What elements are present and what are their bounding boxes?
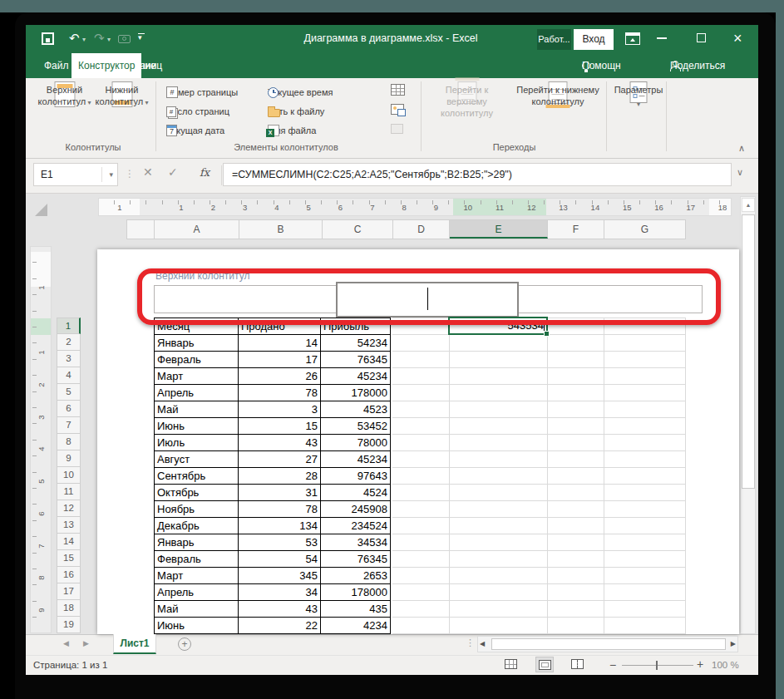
collapse-ribbon-icon[interactable]: ∧ xyxy=(738,143,745,154)
table-cell[interactable]: 15 xyxy=(239,418,321,435)
table-cell[interactable]: 245908 xyxy=(321,501,391,518)
table-cell[interactable]: 76345 xyxy=(321,352,391,368)
table-cell[interactable]: 26 xyxy=(239,368,321,385)
table-cell[interactable]: 45234 xyxy=(321,368,391,385)
row-header-8[interactable]: 8 xyxy=(57,434,81,450)
page-layout-view-button[interactable] xyxy=(535,657,554,672)
table-cell[interactable]: 4234 xyxy=(321,618,391,634)
table-cell[interactable]: 78000 xyxy=(321,435,391,451)
scroll-up-icon[interactable]: ▲ xyxy=(742,198,755,212)
vertical-scrollbar[interactable]: ▲ xyxy=(740,196,756,634)
row-header-9[interactable]: 9 xyxy=(57,450,81,467)
table-cell[interactable]: 3 xyxy=(239,401,321,418)
table-cell[interactable]: Май xyxy=(155,401,239,418)
table-cell[interactable]: 78 xyxy=(239,385,321,401)
element-button-2[interactable]: 7Текущая дата xyxy=(166,122,224,139)
table-cell[interactable]: 34 xyxy=(239,584,321,601)
table-cell[interactable]: 178000 xyxy=(321,385,391,401)
row-header-12[interactable]: 12 xyxy=(57,500,81,517)
formula-bar-handle[interactable]: ⋮ xyxy=(125,168,134,180)
table-cell[interactable]: Январь xyxy=(155,335,239,352)
name-box-dropdown-icon[interactable]: ▾ xyxy=(109,164,113,185)
table-cell[interactable]: Январь xyxy=(155,534,239,551)
horizontal-scrollbar[interactable]: ◀ ▶ xyxy=(477,636,738,652)
horizontal-scroll-thumb[interactable] xyxy=(491,638,726,650)
column-header-G[interactable]: G xyxy=(604,220,686,239)
table-cell[interactable]: Июнь xyxy=(155,618,239,634)
select-all-corner[interactable] xyxy=(35,204,47,216)
row-header-7[interactable]: 7 xyxy=(57,417,81,434)
account-button[interactable]: Работ... xyxy=(537,29,571,50)
table-cell[interactable]: 53452 xyxy=(321,418,391,435)
table-cell[interactable]: 14 xyxy=(239,335,321,352)
maximize-button[interactable] xyxy=(697,33,706,42)
customize-quick-access-icon[interactable]: ▾ xyxy=(138,33,142,42)
table-cell[interactable]: Август xyxy=(155,451,239,468)
zoom-out-button[interactable]: − xyxy=(609,658,616,672)
table-cell[interactable]: 134 xyxy=(239,518,321,534)
insert-function-icon[interactable]: fx xyxy=(200,166,210,179)
table-cell[interactable]: 76345 xyxy=(321,551,391,568)
row-header-16[interactable]: 16 xyxy=(57,567,81,583)
table-cell[interactable]: 435 xyxy=(321,601,391,618)
table-cell[interactable]: Апрель xyxy=(155,584,239,601)
table-cell[interactable]: Март xyxy=(155,568,239,584)
tab-assistant[interactable]: Помощн xyxy=(582,53,621,78)
expand-formula-bar-icon[interactable]: ∨ xyxy=(737,167,743,178)
row-header-10[interactable]: 10 xyxy=(57,467,81,484)
table-cell[interactable]: 78 xyxy=(239,501,321,518)
table-cell[interactable]: 4524 xyxy=(321,485,391,501)
sheet-nav-right-icon[interactable]: ▶ xyxy=(83,639,89,647)
table-cell[interactable]: Декабрь xyxy=(155,518,239,534)
tab-scroll-splitter[interactable]: ⋮ xyxy=(466,637,475,648)
table-cell[interactable]: Март xyxy=(155,368,239,385)
fill-handle[interactable] xyxy=(544,331,550,337)
sheet-nav-left-icon[interactable]: ◀ xyxy=(63,639,69,647)
table-cell[interactable]: 54234 xyxy=(321,335,391,352)
row-header-3[interactable]: 3 xyxy=(57,351,81,367)
column-header-F[interactable]: F xyxy=(548,220,604,239)
undo-icon[interactable]: ↶ xyxy=(69,32,80,45)
scroll-left-icon[interactable]: ◀ xyxy=(480,640,485,647)
footer-button[interactable]: Нижний колонтитул xyxy=(94,81,150,140)
table-cell[interactable]: 4523 xyxy=(321,401,391,418)
table-cell[interactable]: 28 xyxy=(239,468,321,485)
element-button-5[interactable]: Имя файла xyxy=(268,122,316,139)
sheet-table-icon[interactable] xyxy=(391,84,405,96)
table-cell[interactable]: 43 xyxy=(239,435,321,451)
row-header-17[interactable]: 17 xyxy=(57,583,81,600)
cancel-icon[interactable]: ✕ xyxy=(143,165,153,179)
zoom-in-button[interactable]: + xyxy=(697,657,703,671)
table-cell[interactable]: 34534 xyxy=(321,534,391,551)
table-cell[interactable]: 2653 xyxy=(321,568,391,584)
table-cell[interactable]: Ноябрь xyxy=(155,501,239,518)
zoom-slider-thumb[interactable] xyxy=(656,661,658,670)
share-button[interactable]: Поделиться xyxy=(670,53,725,78)
table-cell[interactable]: 27 xyxy=(239,451,321,468)
column-header-C[interactable]: C xyxy=(323,220,393,239)
row-header-4[interactable]: 4 xyxy=(57,367,81,384)
page-break-view-button[interactable] xyxy=(569,657,587,672)
table-cell[interactable]: Октябрь xyxy=(155,485,239,501)
row-header-15[interactable]: 15 xyxy=(57,550,81,567)
enter-icon[interactable]: ✓ xyxy=(168,165,178,179)
zoom-slider-track[interactable] xyxy=(622,665,693,666)
row-header-14[interactable]: 14 xyxy=(57,534,81,550)
scroll-right-icon[interactable]: ▶ xyxy=(731,640,736,647)
zoom-level[interactable]: 100 % xyxy=(712,660,739,670)
table-cell[interactable]: 234524 xyxy=(321,518,391,534)
ribbon-display-options-icon[interactable] xyxy=(625,32,640,45)
row-header-5[interactable]: 5 xyxy=(57,384,81,401)
table-cell[interactable]: 54 xyxy=(239,551,321,568)
table-cell[interactable]: 31 xyxy=(239,485,321,501)
table-cell[interactable]: Февраль xyxy=(155,551,239,568)
normal-view-button[interactable] xyxy=(502,657,520,672)
table-cell[interactable]: Апрель xyxy=(155,385,239,401)
column-header-B[interactable]: B xyxy=(239,220,323,239)
formula-input[interactable]: =СУММЕСЛИМН(C2:C25;A2:A25;"Сентябрь";B2:… xyxy=(223,163,732,186)
table-cell[interactable]: 97643 xyxy=(321,468,391,485)
picture-icon[interactable] xyxy=(391,104,404,115)
table-cell[interactable]: 53 xyxy=(239,534,321,551)
add-sheet-icon[interactable]: + xyxy=(178,637,191,651)
undo-dropdown-icon[interactable]: ▾ xyxy=(82,36,86,43)
